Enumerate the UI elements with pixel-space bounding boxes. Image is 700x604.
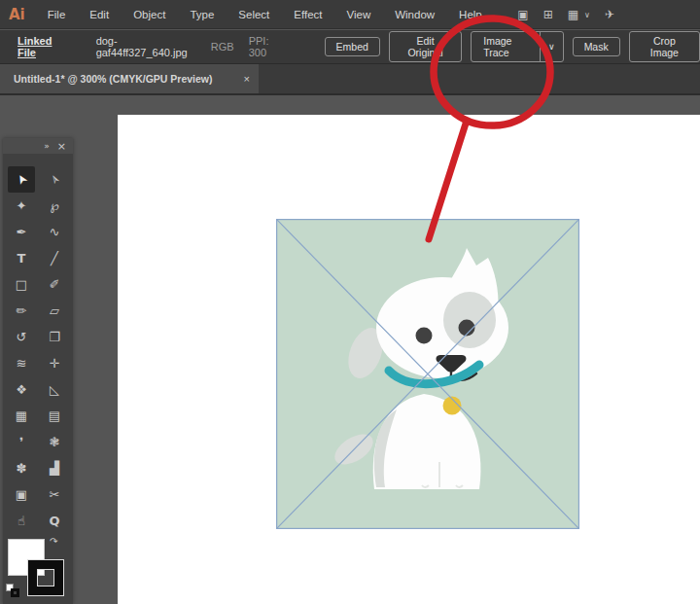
column-graph-tool[interactable]: ▟: [41, 455, 68, 481]
lasso-tool[interactable]: ℘: [41, 193, 68, 219]
share-icon[interactable]: ✈: [605, 8, 614, 21]
menubar-icons: ▣ ⊞ ▦ ∨ ✈: [517, 0, 614, 29]
symbol-sprayer-tool[interactable]: ✽: [8, 455, 35, 481]
dog-illustration: [276, 219, 579, 529]
stroke-color-swatch[interactable]: [28, 560, 63, 595]
rotate-tool-icon: ↺: [17, 331, 27, 343]
scale-tool[interactable]: ❐: [41, 324, 68, 350]
ppi-label: PPI: 300: [249, 35, 286, 58]
mask-button[interactable]: Mask: [573, 37, 620, 56]
pen-tool-icon: ✒: [17, 226, 27, 238]
width-tool[interactable]: ≋: [8, 350, 35, 376]
eraser-tool[interactable]: ▱: [41, 298, 68, 324]
rectangle-tool[interactable]: □: [8, 271, 35, 298]
default-fill-stroke-icon[interactable]: [6, 584, 19, 597]
illustrator-window: Ai File Edit Object Type Select Effect V…: [0, 0, 700, 604]
default-stroke-mini: [11, 588, 19, 597]
selection-tool[interactable]: ➤: [8, 166, 35, 193]
eraser-tool-icon: ▱: [50, 304, 59, 317]
type-tool-icon: T: [18, 252, 26, 265]
document-tab[interactable]: Untitled-1* @ 300% (CMYK/GPU Preview) ×: [0, 64, 259, 93]
close-panel-icon[interactable]: ×: [57, 140, 66, 153]
edit-original-button[interactable]: Edit Original: [389, 31, 462, 62]
blend-tool[interactable]: ❃: [41, 429, 68, 455]
curvature-tool[interactable]: ∿: [41, 219, 68, 245]
document-setup-icon[interactable]: ▣: [517, 8, 528, 21]
arrange-documents-icon[interactable]: ⊞: [543, 8, 553, 21]
image-trace-chevron-icon[interactable]: ∨: [540, 32, 563, 61]
magic-wand-tool[interactable]: ✦: [8, 193, 35, 219]
blend-tool-icon: ❃: [50, 436, 60, 448]
chevron-down-icon[interactable]: ∨: [584, 11, 590, 19]
mesh-tool-icon: ▦: [16, 409, 27, 422]
pencil-tool[interactable]: ✏: [8, 298, 35, 324]
linked-file-label[interactable]: Linked File: [18, 35, 68, 58]
gradient-tool[interactable]: ▤: [41, 403, 68, 429]
magic-wand-tool-icon: ✦: [17, 199, 27, 212]
menu-window[interactable]: Window: [395, 9, 435, 20]
menu-view[interactable]: View: [346, 9, 370, 20]
symbol-sprayer-tool-icon: ✽: [17, 462, 27, 475]
tools-panel-header[interactable]: » ×: [3, 138, 73, 154]
menu-bar: Ai File Edit Object Type Select Effect V…: [0, 0, 700, 29]
pasteboard: » × ➤ ➢ ✦ ℘ ✒ ∿ T ╱ □ ✐ ✏ ▱ ↺ ❐ ≋ ✛ ❖: [0, 95, 700, 604]
shape-builder-tool[interactable]: ❖: [8, 376, 35, 403]
hand-tool[interactable]: ☝: [8, 508, 35, 534]
document-tab-title: Untitled-1* @ 300% (CMYK/GPU Preview): [14, 73, 213, 85]
menu-edit[interactable]: Edit: [89, 9, 109, 20]
eyedropper-tool-icon: ❜: [19, 436, 23, 448]
selection-tool-icon: ➤: [14, 172, 30, 188]
tools-grid: ➤ ➢ ✦ ℘ ✒ ∿ T ╱ □ ✐ ✏ ▱ ↺ ❐ ≋ ✛ ❖ ◺ ▦ ▤: [3, 154, 73, 534]
artboard-tool-icon: ▣: [16, 488, 27, 501]
free-transform-tool-icon: ✛: [50, 357, 60, 370]
artboard-tool[interactable]: ▣: [8, 481, 35, 508]
menu-select[interactable]: Select: [238, 9, 269, 20]
direct-selection-tool[interactable]: ➢: [41, 166, 68, 193]
line-segment-tool[interactable]: ╱: [41, 245, 68, 271]
hand-tool-icon: ☝: [18, 515, 25, 527]
type-tool[interactable]: T: [8, 245, 35, 271]
perspective-grid-tool-icon: ◺: [50, 383, 59, 396]
lasso-tool-icon: ℘: [50, 199, 58, 212]
app-logo-icon: Ai: [9, 6, 25, 23]
color-mode-label: RGB: [211, 41, 234, 53]
curvature-tool-icon: ∿: [50, 226, 60, 238]
pen-tool[interactable]: ✒: [8, 219, 35, 245]
rotate-tool[interactable]: ↺: [8, 324, 35, 350]
workspace-switcher-icon[interactable]: ▦: [568, 8, 578, 21]
image-trace-button[interactable]: Image Trace ∨: [471, 31, 563, 62]
slice-tool[interactable]: ✂: [41, 481, 68, 508]
slice-tool-icon: ✂: [50, 488, 60, 501]
zoom-tool[interactable]: Q: [41, 508, 68, 534]
placed-image[interactable]: [276, 219, 579, 529]
scale-tool-icon: ❐: [49, 331, 60, 343]
swap-fill-stroke-icon[interactable]: ↷: [50, 536, 57, 547]
menu-file[interactable]: File: [48, 9, 66, 20]
line-segment-tool-icon: ╱: [51, 252, 58, 265]
placed-filename: dog-gaf44ff327_640.jpg: [96, 35, 197, 58]
free-transform-tool[interactable]: ✛: [41, 350, 68, 376]
menu-object[interactable]: Object: [133, 9, 165, 20]
rectangle-tool-icon: □: [16, 278, 27, 291]
image-trace-label: Image Trace: [472, 32, 540, 61]
shape-builder-tool-icon: ❖: [16, 383, 27, 396]
paintbrush-tool[interactable]: ✐: [41, 271, 68, 298]
perspective-grid-tool[interactable]: ◺: [41, 376, 68, 403]
pencil-tool-icon: ✏: [17, 304, 27, 317]
column-graph-tool-icon: ▟: [50, 462, 59, 475]
embed-button[interactable]: Embed: [325, 37, 380, 56]
menu-effect[interactable]: Effect: [294, 9, 322, 20]
crop-image-button[interactable]: Crop Image: [629, 31, 700, 62]
gradient-tool-icon: ▤: [49, 409, 60, 422]
direct-selection-tool-icon: ➢: [47, 172, 63, 188]
collapse-panel-icon[interactable]: »: [44, 141, 50, 151]
tab-close-icon[interactable]: ×: [244, 73, 250, 85]
eyedropper-tool[interactable]: ❜: [8, 429, 35, 455]
menu-type[interactable]: Type: [190, 9, 214, 20]
control-bar: Linked File dog-gaf44ff327_640.jpg RGB P…: [0, 30, 700, 64]
dog-eye-patch: [443, 292, 496, 348]
menu-help[interactable]: Help: [459, 9, 482, 20]
document-tab-bar: Untitled-1* @ 300% (CMYK/GPU Preview) ×: [0, 64, 700, 95]
mesh-tool[interactable]: ▦: [8, 403, 35, 429]
main-menu: File Edit Object Type Select Effect View…: [48, 9, 482, 20]
